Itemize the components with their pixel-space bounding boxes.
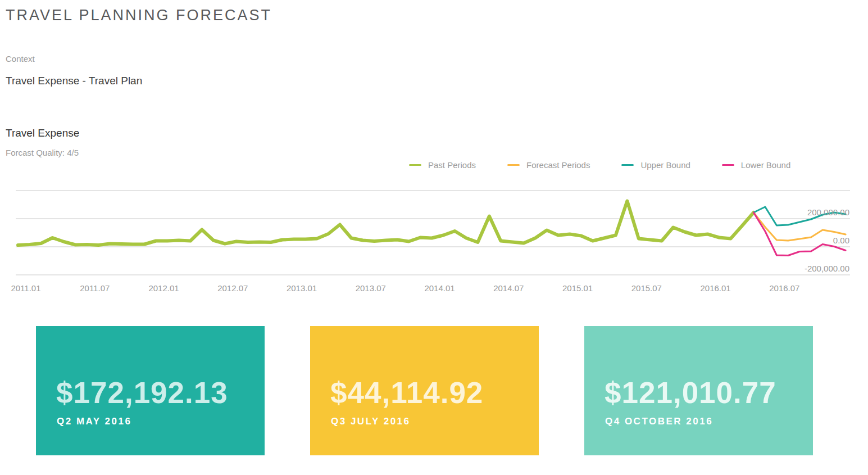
kpi-period: Q4 OCTOBER 2016 xyxy=(605,416,713,427)
legend-label: Upper Bound xyxy=(640,160,690,170)
kpi-period: Q2 MAY 2016 xyxy=(57,416,131,427)
legend-label: Forecast Periods xyxy=(526,160,590,170)
x-tick-label: 2016.07 xyxy=(769,283,799,293)
forecast-chart: 200,000.000.00-200,000.002011.012011.072… xyxy=(0,186,850,298)
chart-legend: Past PeriodsForecast PeriodsUpper BoundL… xyxy=(409,159,790,170)
x-tick-label: 2011.01 xyxy=(11,283,40,293)
y-tick-label: -200,000.00 xyxy=(805,264,849,273)
section-title: Travel Expense xyxy=(6,127,79,139)
page-title: TRAVEL PLANNING FORECAST xyxy=(6,7,272,24)
kpi-amount: $172,192.13 xyxy=(56,376,228,410)
forecast-quality-label: Forcast Quality: 4/5 xyxy=(6,148,79,157)
upper-bound-swatch-icon xyxy=(621,164,634,166)
kpi-card-q2: $172,192.13 Q2 MAY 2016 xyxy=(36,326,265,455)
kpi-card-q3: $44,114.92 Q3 JULY 2016 xyxy=(310,326,539,455)
legend-item-upper-bound[interactable]: Upper Bound xyxy=(621,160,690,170)
x-tick-label: 2013.01 xyxy=(287,283,317,293)
forecast-periods-swatch-icon xyxy=(507,164,520,166)
kpi-amount: $121,010.77 xyxy=(605,376,776,410)
lower-bound-swatch-icon xyxy=(722,164,734,166)
kpi-period: Q3 JULY 2016 xyxy=(331,416,411,427)
x-tick-label: 2015.07 xyxy=(631,283,662,293)
legend-label: Past Periods xyxy=(428,160,476,170)
x-tick-label: 2016.01 xyxy=(700,283,730,293)
kpi-card-q4: $121,010.77 Q4 OCTOBER 2016 xyxy=(584,326,813,455)
context-value: Travel Expense - Travel Plan xyxy=(6,75,142,87)
x-tick-label: 2015.01 xyxy=(562,283,593,293)
context-label: Context xyxy=(6,54,35,64)
past-periods-swatch-icon xyxy=(409,164,421,166)
forecast-chart-svg: 200,000.000.00-200,000.002011.012011.072… xyxy=(0,186,850,298)
past-periods-line xyxy=(18,201,753,246)
x-tick-label: 2013.07 xyxy=(356,283,386,293)
x-tick-label: 2014.07 xyxy=(493,283,524,293)
x-tick-label: 2012.01 xyxy=(148,283,179,293)
legend-label: Lower Bound xyxy=(741,160,790,170)
kpi-cards: $172,192.13 Q2 MAY 2016 $44,114.92 Q3 JU… xyxy=(36,326,813,455)
x-tick-label: 2011.07 xyxy=(80,283,110,293)
legend-item-lower-bound[interactable]: Lower Bound xyxy=(722,160,790,170)
x-tick-label: 2014.01 xyxy=(424,283,455,293)
x-tick-label: 2012.07 xyxy=(217,283,248,293)
y-tick-label: 0.00 xyxy=(833,236,849,245)
kpi-amount: $44,114.92 xyxy=(330,376,483,410)
legend-item-past-periods[interactable]: Past Periods xyxy=(409,160,476,170)
y-tick-label: 200,000.00 xyxy=(807,207,849,217)
legend-item-forecast-periods[interactable]: Forecast Periods xyxy=(507,160,590,170)
